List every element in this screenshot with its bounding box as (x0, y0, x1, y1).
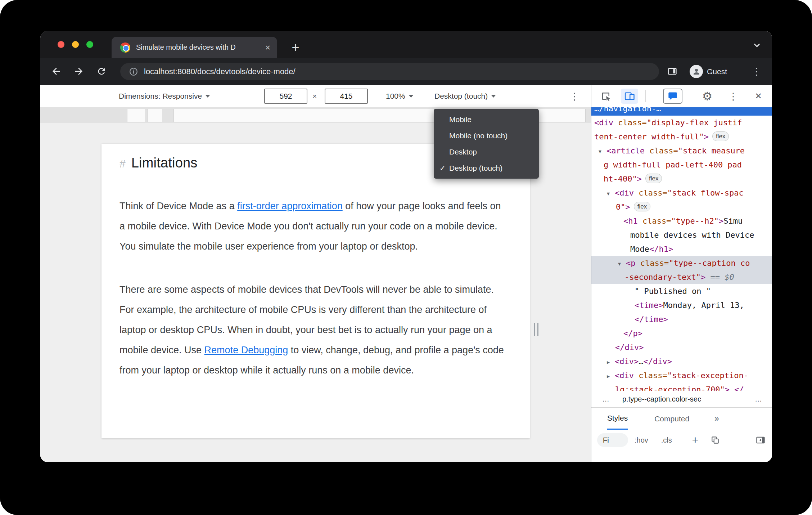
flex-badge[interactable]: flex (634, 202, 650, 211)
more-tabs-chevrons[interactable]: » (714, 408, 719, 430)
heading-anchor[interactable]: # (119, 158, 126, 170)
main-area: Dimensions: Responsive × 100% (40, 85, 772, 462)
tree-line[interactable]: mobile devices with Device (591, 228, 772, 242)
styles-filter-input[interactable]: Fi (597, 433, 628, 447)
expand-arrow-icon[interactable]: ▾ (607, 187, 615, 201)
code-text: class= (634, 188, 667, 197)
tab-styles[interactable]: Styles (607, 408, 628, 430)
breadcrumb-overflow-right[interactable]: … (755, 395, 762, 403)
code-text: class= (645, 146, 678, 155)
device-toolbar-menu-button[interactable]: ⋮ (566, 85, 583, 107)
tree-line[interactable]: ht-400">flex (591, 172, 772, 186)
tab-title: Simulate mobile devices with D (136, 43, 261, 52)
address-bar[interactable]: localhost:8080/docs/devtools/device-mode… (120, 63, 659, 80)
code-text: </p> (623, 329, 642, 338)
dimensions-selector[interactable]: Dimensions: Responsive (119, 85, 210, 107)
devtools-toolbar: ⚙ ⋮ ✕ (591, 85, 772, 107)
element-classes-button[interactable]: .cls (661, 433, 672, 447)
code-text: > (719, 216, 723, 225)
check-icon: ✓ (439, 164, 449, 173)
code-text: "stack flow-spac (667, 188, 744, 197)
code-text: tent-center width-full" (594, 132, 704, 141)
menu-item-label: Desktop (449, 148, 477, 156)
tree-line[interactable]: ▸<div>…</div> (591, 354, 772, 368)
close-window-button[interactable] (58, 41, 64, 48)
new-style-rule-button[interactable]: + (692, 433, 699, 447)
tree-line[interactable]: </p> (591, 326, 772, 340)
minimize-window-button[interactable] (72, 41, 79, 48)
menu-item-desktop-touch[interactable]: ✓Desktop (touch) (434, 160, 539, 176)
back-button[interactable] (48, 63, 65, 80)
avatar[interactable] (690, 65, 703, 78)
tree-line[interactable]: lg:stack-exception-700"> </ (591, 382, 772, 391)
code-text: g width-full pad-left-400 pad (604, 160, 742, 169)
viewport-height-input[interactable] (325, 89, 368, 104)
zoom-selector[interactable]: 100% (386, 85, 413, 107)
menu-item-mobile-no-touch[interactable]: Mobile (no touch) (434, 127, 539, 144)
device-type-selector[interactable]: Desktop (touch) (434, 85, 496, 107)
kebab-icon: ⋮ (752, 66, 762, 77)
tree-line[interactable]: <time>Monday, April 13, (591, 298, 772, 312)
inspect-element-icon[interactable] (597, 85, 614, 107)
code-text: class= (634, 371, 667, 380)
doc-link[interactable]: first-order approximation (237, 201, 343, 211)
tab-close-icon[interactable]: ✕ (265, 44, 271, 52)
browser-menu-button[interactable]: ⋮ (748, 63, 765, 80)
side-panel-icon[interactable] (664, 63, 681, 80)
expand-arrow-icon[interactable]: ▸ (607, 369, 615, 383)
tree-line[interactable]: " Published on " (591, 284, 772, 298)
tree-line[interactable]: </time> (591, 312, 772, 326)
expand-arrow-icon[interactable]: ▸ (607, 355, 615, 369)
settings-gear-icon[interactable]: ⚙ (699, 85, 716, 107)
expand-arrow-icon[interactable]: ▾ (618, 257, 626, 271)
code-text: Monday, April 13, (663, 301, 744, 310)
viewport-width-input[interactable] (264, 89, 307, 104)
console-drawer-icon[interactable] (663, 89, 682, 104)
sidebar-dock-icon[interactable] (755, 433, 766, 447)
tab-search-chevron-icon[interactable] (750, 39, 763, 52)
flex-badge[interactable]: flex (645, 174, 662, 183)
code-text: …/navigation-… (594, 107, 661, 113)
doc-paragraph: Think of Device Mode as a first-order ap… (119, 196, 506, 256)
profile-name[interactable]: Guest (707, 58, 727, 85)
flex-badge[interactable]: flex (712, 131, 729, 141)
tree-line[interactable]: ▾<p class="type--caption co (591, 256, 772, 270)
tree-line[interactable]: tent-center width-full">flex (591, 130, 772, 144)
menu-item-label: Desktop (touch) (449, 164, 502, 173)
expand-arrow-icon[interactable]: ▾ (599, 144, 606, 158)
tree-line[interactable]: <div class="display-flex justif (591, 116, 772, 130)
tree-line[interactable]: …/navigation-… (591, 107, 772, 116)
reload-button[interactable] (93, 63, 110, 80)
site-info-icon[interactable] (129, 67, 138, 76)
device-toolbar-toggle-icon[interactable] (621, 89, 638, 104)
code-text: " Published on " (635, 287, 711, 296)
viewport-height-wrap (325, 85, 368, 107)
tree-line[interactable]: 0">flex (591, 200, 772, 214)
tree-line[interactable]: </div> (591, 340, 772, 354)
tree-line[interactable]: ▾<article class="stack measure (591, 144, 772, 158)
dimension-multiply-sign: × (312, 85, 317, 107)
overlap-squares-icon[interactable] (710, 433, 720, 447)
tree-line[interactable]: Mode</h1> (591, 242, 772, 256)
ruler-segment (148, 109, 162, 122)
tree-line[interactable]: -secondary-text"> == $0 (591, 270, 772, 284)
breadcrumb-selected[interactable]: p.type--caption.color-sec (622, 395, 701, 403)
tab-computed[interactable]: Computed (654, 408, 689, 430)
tree-line[interactable]: ▸<div class="stack-exception- (591, 368, 772, 382)
devtools-close-icon[interactable]: ✕ (750, 85, 767, 107)
code-text: == $0 (705, 273, 734, 282)
tree-line[interactable]: <h1 class="type--h2">Simu (591, 214, 772, 228)
toggle-element-state-button[interactable]: :hov (635, 433, 648, 447)
forward-button[interactable] (70, 63, 87, 80)
new-tab-button[interactable]: + (288, 37, 303, 58)
tree-line[interactable]: ▾<div class="stack flow-spac (591, 186, 772, 200)
doc-link[interactable]: Remote Debugging (204, 345, 288, 355)
menu-item-desktop[interactable]: Desktop (434, 144, 539, 160)
tree-line[interactable]: g width-full pad-left-400 pad (591, 158, 772, 172)
breadcrumb-overflow-left[interactable]: … (602, 395, 609, 403)
menu-item-mobile[interactable]: Mobile (434, 111, 539, 127)
viewport-width-drag-handle[interactable] (534, 323, 538, 336)
browser-tab[interactable]: Simulate mobile devices with D ✕ (112, 37, 277, 58)
devtools-menu-icon[interactable]: ⋮ (725, 85, 742, 107)
fullscreen-window-button[interactable] (86, 41, 93, 48)
